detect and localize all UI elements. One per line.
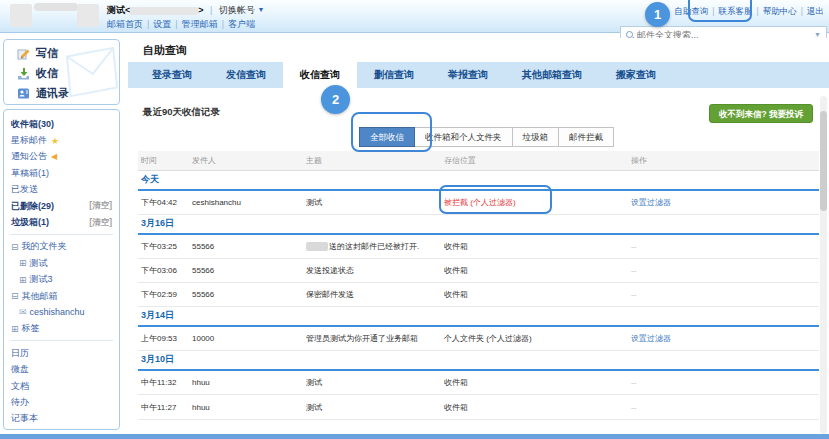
col-action: 操作 xyxy=(631,155,819,166)
app-label: 记事本 xyxy=(11,412,38,425)
star-icon: ★ xyxy=(51,136,59,146)
app-file-transfer[interactable]: 文件中转站 xyxy=(4,427,119,430)
tree-folder-test[interactable]: ⊞测试 xyxy=(4,255,119,271)
logo-placeholder xyxy=(10,4,32,27)
group-header-mar10: 3月10日 xyxy=(138,351,819,371)
cell-sender: hhuu xyxy=(192,378,306,387)
folder-inbox[interactable]: 收件箱(30) xyxy=(4,116,119,132)
cell-subject: 测试 xyxy=(306,377,444,388)
folder-deleted[interactable]: 已删除(29)[清空] xyxy=(4,198,119,214)
filter-all-received[interactable]: 全部收信 xyxy=(359,127,415,147)
folder-announcements[interactable]: 通知公告◀ xyxy=(4,149,119,165)
app-notes[interactable]: 记事本 xyxy=(4,411,119,427)
receive-label: 收信 xyxy=(36,66,58,81)
top-right-links: 自助查询|联系客服|帮助中心|退出 xyxy=(674,6,824,18)
tree-other-mailboxes[interactable]: ⊟其他邮箱 xyxy=(4,288,119,304)
nav-client[interactable]: 客户端 xyxy=(228,19,255,29)
app-label: 待办 xyxy=(11,396,29,409)
expand-icon[interactable]: ⊞ xyxy=(19,275,27,285)
filter-inbox-and-personal[interactable]: 收件箱和个人文件夹 xyxy=(415,127,513,147)
compose-button[interactable]: 写信 xyxy=(4,43,119,63)
table-header: 时间 发件人 主题 存信位置 操作 xyxy=(138,151,819,171)
filter-blocked[interactable]: 邮件拦截 xyxy=(559,127,614,147)
link-self-service-query[interactable]: 自助查询 xyxy=(674,6,708,16)
divider xyxy=(10,340,113,341)
col-sender: 发件人 xyxy=(192,155,306,166)
tab-deleted-query[interactable]: 删信查询 xyxy=(357,62,431,88)
link-logout[interactable]: 退出 xyxy=(807,6,824,16)
cell-time: 中午11:32 xyxy=(138,377,192,388)
tab-other-mailbox-query[interactable]: 其他邮箱查询 xyxy=(505,62,599,88)
cell-action-none: -- xyxy=(631,378,819,387)
divider: | xyxy=(712,6,714,16)
complaint-button[interactable]: 收不到来信? 我要投诉 xyxy=(709,104,813,123)
tab-report-query[interactable]: 举报查询 xyxy=(431,62,505,88)
app-drive[interactable]: 微盘 xyxy=(4,361,119,377)
scrollbar-thumb[interactable] xyxy=(820,111,827,211)
section-title: 最近90天收信记录 xyxy=(143,106,220,119)
table-row: 下午03:06 55566 发送投递状态 收件箱 -- xyxy=(138,259,819,283)
empty-spam-link[interactable]: [清空] xyxy=(89,217,112,229)
tree-folder-test3[interactable]: ⊞测试3 xyxy=(4,272,119,288)
scrollbar-track[interactable] xyxy=(820,96,827,434)
filter-spam[interactable]: 垃圾箱 xyxy=(513,127,560,147)
folder-sent[interactable]: 已发送 xyxy=(4,182,119,198)
group-header-mar14: 3月14日 xyxy=(138,307,819,327)
divider: | xyxy=(147,19,149,29)
cell-location: 收件箱 xyxy=(444,241,631,252)
receive-mail-button[interactable]: 收信 xyxy=(4,63,119,83)
divider xyxy=(138,419,819,420)
folder-label: 星标邮件 xyxy=(11,134,47,147)
group-header-today: 今天 xyxy=(138,171,819,191)
cell-location: 收件箱 xyxy=(444,377,631,388)
app-label: 文档 xyxy=(11,380,29,393)
search-scope-dropdown-icon[interactable]: ▼ xyxy=(814,31,821,38)
nav-mail-home[interactable]: 邮箱首页 xyxy=(107,19,143,29)
bottom-border-bar xyxy=(0,434,829,439)
expand-icon[interactable]: ⊞ xyxy=(11,324,19,334)
nav-manage-mail[interactable]: 管理邮箱 xyxy=(182,19,218,29)
tab-login-query[interactable]: 登录查询 xyxy=(135,62,209,88)
divider: | xyxy=(175,19,177,29)
app-label: 日历 xyxy=(11,347,29,360)
app-calendar[interactable]: 日历 xyxy=(4,345,119,361)
tab-migration-query[interactable]: 搬家查询 xyxy=(599,62,673,88)
contacts-button[interactable]: 通讯录 xyxy=(4,83,119,103)
cell-time: 下午04:42 xyxy=(138,197,192,208)
tree-account-ceshishanchu[interactable]: ✉ceshishanchu xyxy=(4,304,119,320)
folder-starred[interactable]: 星标邮件★ xyxy=(4,132,119,148)
main-panel: 自助查询 登录查询 发信查询 收信查询 删信查询 举报查询 其他邮箱查询 搬家查… xyxy=(128,38,829,434)
expand-icon[interactable]: ⊞ xyxy=(19,258,27,268)
group-header-mar16: 3月16日 xyxy=(138,215,819,235)
folder-drafts[interactable]: 草稿箱(1) xyxy=(4,165,119,181)
table-row: 上午09:53 10000 管理员测试为你开通了业务邮箱 个人文件夹 (个人过滤… xyxy=(138,327,819,351)
app-docs[interactable]: 文档 xyxy=(4,378,119,394)
empty-deleted-link[interactable]: [清空] xyxy=(89,200,112,212)
folder-spam[interactable]: 垃圾箱(1)[清空] xyxy=(4,214,119,230)
cell-sender: 55566 xyxy=(192,290,306,299)
app-todo[interactable]: 待办 xyxy=(4,394,119,410)
cell-sender: hhuu xyxy=(192,403,306,412)
switch-account-link[interactable]: 切换帐号 xyxy=(219,5,255,15)
collapse-icon[interactable]: ⊟ xyxy=(11,291,19,301)
divider: | xyxy=(210,5,212,15)
subject-text: 送的这封邮件已经被打开. xyxy=(329,242,419,251)
compose-icon xyxy=(17,47,30,60)
nav-settings[interactable]: 设置 xyxy=(153,19,171,29)
cell-sender: 55566 xyxy=(192,242,306,251)
tab-received-query[interactable]: 收信查询 xyxy=(283,62,357,88)
tree-tags[interactable]: ⊞标签 xyxy=(4,321,119,337)
folder-label: 草稿箱(1) xyxy=(11,167,49,180)
cell-subject: 测试 xyxy=(306,402,444,413)
link-help-center[interactable]: 帮助中心 xyxy=(763,6,797,16)
cell-time: 下午03:06 xyxy=(138,265,192,276)
set-filter-link[interactable]: 设置过滤器 xyxy=(631,198,671,207)
tree-my-folders[interactable]: ⊟我的文件夹 xyxy=(4,239,119,255)
folder-label: 通知公告 xyxy=(11,150,47,163)
link-contact-support[interactable]: 联系客服 xyxy=(719,6,753,16)
set-filter-link[interactable]: 设置过滤器 xyxy=(631,334,671,343)
cell-location-blocked: 被拦截 (个人过滤器) xyxy=(444,197,631,208)
folder-label: 收件箱(30) xyxy=(11,118,54,131)
tab-sent-query[interactable]: 发信查询 xyxy=(209,62,283,88)
collapse-icon[interactable]: ⊟ xyxy=(11,242,19,252)
